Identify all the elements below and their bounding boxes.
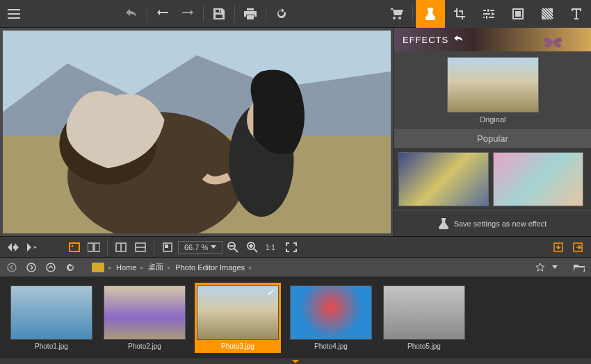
svg-point-28 bbox=[27, 263, 35, 272]
svg-rect-9 bbox=[88, 243, 93, 251]
canvas-area[interactable] bbox=[0, 28, 394, 236]
effects-reset-icon[interactable] bbox=[454, 35, 464, 44]
redo-arrow-button[interactable] bbox=[175, 0, 200, 28]
thumbnail-image bbox=[10, 286, 92, 340]
nav-refresh-button[interactable] bbox=[63, 260, 78, 275]
menu-button[interactable] bbox=[0, 0, 28, 28]
thumbnail-item[interactable]: Photo1.jpg bbox=[8, 283, 95, 353]
thumbnail-image bbox=[104, 286, 186, 340]
breadcrumb-item[interactable]: Home bbox=[116, 263, 136, 272]
split-horizontal-button[interactable] bbox=[131, 238, 149, 256]
undo-button[interactable] bbox=[119, 0, 144, 28]
thumbnail-label: Photo3.jpg bbox=[221, 342, 254, 350]
effects-header: EFFECTS bbox=[394, 28, 591, 51]
svg-point-8 bbox=[72, 245, 74, 247]
collapse-strip-button[interactable] bbox=[0, 358, 591, 364]
export-button[interactable] bbox=[549, 238, 567, 256]
save-effect-label: Save settings as new effect bbox=[454, 220, 547, 228]
next-image-button[interactable] bbox=[24, 238, 42, 256]
thumbnail-image bbox=[383, 286, 465, 340]
zoom-in-button[interactable] bbox=[243, 238, 261, 256]
nav-forward-button[interactable] bbox=[24, 260, 39, 275]
thumbnail-item[interactable]: Photo2.jpg bbox=[102, 283, 188, 353]
original-label: Original bbox=[400, 115, 585, 124]
butterfly-icon bbox=[542, 33, 563, 50]
save-button[interactable] bbox=[207, 0, 232, 28]
actual-size-button[interactable]: 1:1 bbox=[263, 238, 281, 256]
svg-rect-10 bbox=[95, 243, 100, 251]
nav-up-button[interactable] bbox=[43, 260, 58, 275]
thumbnail-label: Photo5.jpg bbox=[407, 342, 441, 350]
print-button[interactable] bbox=[238, 0, 263, 28]
compare-view-button[interactable] bbox=[85, 238, 103, 256]
effect-preset-1[interactable] bbox=[398, 152, 489, 206]
effects-title: EFFECTS bbox=[403, 35, 448, 45]
cart-button[interactable] bbox=[384, 0, 410, 28]
text-tab[interactable] bbox=[562, 0, 591, 28]
top-toolbar bbox=[0, 0, 591, 28]
thumbnail-label: Photo1.jpg bbox=[35, 342, 68, 350]
prev-image-button[interactable] bbox=[4, 238, 22, 256]
split-vertical-button[interactable] bbox=[112, 238, 130, 256]
original-section: Original bbox=[394, 51, 591, 129]
thumbnail-item-selected[interactable]: ✓ Photo3.jpg bbox=[195, 283, 281, 353]
thumbnail-item[interactable]: Photo4.jpg bbox=[288, 283, 374, 353]
flask-icon bbox=[439, 218, 448, 229]
folder-icon bbox=[92, 263, 104, 272]
svg-rect-16 bbox=[165, 245, 168, 248]
svg-text:1:1: 1:1 bbox=[266, 244, 275, 251]
effects-panel: EFFECTS Original Popular Save settings a… bbox=[394, 28, 591, 236]
effect-preset-2[interactable] bbox=[493, 152, 583, 206]
view-toolbar: 66.7 % 1:1 bbox=[0, 236, 591, 257]
frames-tab[interactable] bbox=[503, 0, 533, 28]
film-strip: Photo1.jpg Photo2.jpg ✓ Photo3.jpg Photo… bbox=[0, 276, 591, 358]
undo-arrow-button[interactable] bbox=[150, 0, 175, 28]
crop-tab[interactable] bbox=[445, 0, 474, 28]
save-effect-button[interactable]: Save settings as new effect bbox=[394, 210, 591, 236]
effects-grid bbox=[394, 148, 591, 210]
favorite-button[interactable] bbox=[533, 260, 548, 275]
zoom-out-button[interactable] bbox=[224, 238, 242, 256]
breadcrumb-bar: ▸ Home ▸ 桌面 ▸ Photo Editor Images ▸ bbox=[0, 257, 591, 276]
thumbnail-label: Photo2.jpg bbox=[128, 342, 161, 350]
thumbnail-image bbox=[290, 286, 372, 340]
single-view-button[interactable] bbox=[65, 238, 83, 256]
thumbnail-item[interactable]: Photo5.jpg bbox=[381, 283, 467, 353]
original-thumbnail[interactable] bbox=[447, 57, 539, 113]
svg-point-29 bbox=[47, 263, 55, 272]
fit-screen-button[interactable] bbox=[282, 238, 300, 256]
breadcrumb-item[interactable]: 桌面 bbox=[148, 262, 163, 272]
zoom-level[interactable]: 66.7 % bbox=[178, 241, 222, 254]
svg-line-21 bbox=[254, 249, 257, 252]
svg-rect-7 bbox=[70, 243, 79, 251]
chevron-down-icon bbox=[552, 265, 558, 269]
popular-header: Popular bbox=[394, 129, 591, 148]
nav-back-button[interactable] bbox=[4, 260, 19, 275]
adjust-tab[interactable] bbox=[474, 0, 503, 28]
breadcrumb-item[interactable]: Photo Editor Images bbox=[175, 263, 245, 272]
textures-tab[interactable] bbox=[533, 0, 562, 28]
chevron-down-icon bbox=[211, 245, 216, 249]
share-button[interactable] bbox=[569, 238, 587, 256]
svg-point-27 bbox=[8, 263, 16, 272]
check-icon: ✓ bbox=[267, 287, 275, 298]
effects-tab[interactable] bbox=[416, 0, 445, 28]
open-folder-button[interactable] bbox=[572, 260, 587, 275]
thumbnail-label: Photo4.jpg bbox=[314, 342, 348, 350]
main-image bbox=[3, 31, 391, 233]
navigator-button[interactable] bbox=[159, 238, 177, 256]
svg-line-18 bbox=[234, 249, 238, 252]
refresh-button[interactable] bbox=[269, 0, 294, 28]
